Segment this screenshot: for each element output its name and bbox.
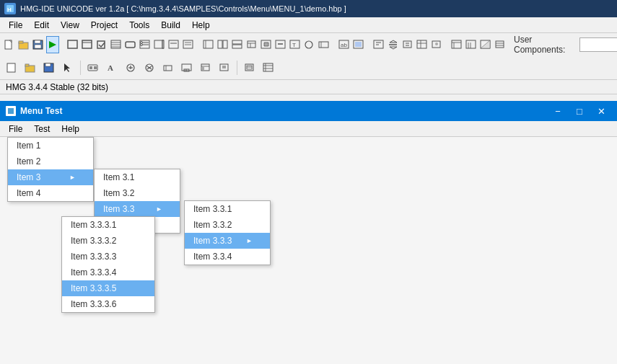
tb-more9[interactable] bbox=[318, 36, 331, 53]
close-button[interactable]: ✕ bbox=[591, 104, 611, 118]
submenu-arrow-33: ► bbox=[156, 205, 162, 213]
svg-marker-60 bbox=[390, 47, 397, 49]
menu-item-333[interactable]: Item 3.3.3 ► bbox=[185, 233, 270, 249]
tb-run[interactable] bbox=[46, 36, 59, 53]
menu-item-3335[interactable]: Item 3.3.3.5 bbox=[62, 280, 154, 296]
menu-item-3331[interactable]: Item 3.3.3.1 bbox=[62, 217, 154, 233]
child-window-icon bbox=[6, 106, 16, 116]
tb-more20[interactable] bbox=[494, 36, 507, 53]
tb-more19[interactable] bbox=[479, 36, 492, 53]
tb-text[interactable] bbox=[167, 36, 180, 53]
tb-new[interactable] bbox=[3, 36, 16, 53]
svg-rect-114 bbox=[8, 108, 14, 114]
tb2-comp9[interactable] bbox=[241, 59, 258, 76]
menu-item-31[interactable]: Item 3.1 bbox=[95, 169, 180, 185]
tb2-save2[interactable] bbox=[40, 59, 58, 76]
child-menu-file[interactable]: File bbox=[3, 123, 28, 136]
tb2-comp8[interactable] bbox=[216, 59, 233, 76]
user-components-select[interactable] bbox=[579, 37, 617, 52]
tb-more18[interactable] bbox=[465, 36, 478, 53]
tb-grid[interactable] bbox=[110, 36, 123, 53]
svg-rect-8 bbox=[35, 45, 41, 48]
svg-rect-69 bbox=[452, 40, 461, 48]
menu-build[interactable]: Build bbox=[155, 19, 186, 32]
menu-item-3333[interactable]: Item 3.3.3.3 bbox=[62, 249, 154, 265]
menu-item-332[interactable]: Item 3.3.2 bbox=[185, 217, 270, 233]
svg-rect-30 bbox=[183, 40, 193, 48]
tb2-comp7[interactable] bbox=[197, 59, 214, 76]
tb-button[interactable] bbox=[124, 36, 137, 53]
tb-more14[interactable] bbox=[401, 36, 414, 53]
tb-save[interactable] bbox=[32, 36, 45, 53]
child-title: Menu Test bbox=[20, 106, 543, 116]
tb2-cursor[interactable] bbox=[59, 59, 76, 76]
tb-more4[interactable] bbox=[245, 36, 258, 53]
tb-window[interactable] bbox=[66, 36, 79, 53]
tb2-comp10[interactable] bbox=[260, 59, 277, 76]
menu-item-33[interactable]: Item 3.3 ► bbox=[95, 201, 180, 217]
app-title: HMG-IDE UNICODE ver 1.2a [ C:\hmg.3.4.4\… bbox=[20, 4, 613, 13]
menu-item-3334[interactable]: Item 3.3.3.4 bbox=[62, 265, 154, 280]
tb2-comp4[interactable] bbox=[141, 59, 158, 76]
menu-item-334[interactable]: Item 3.3.4 bbox=[185, 249, 270, 265]
menu-project[interactable]: Project bbox=[85, 19, 123, 32]
menu-file[interactable]: File bbox=[3, 19, 28, 32]
child-window: Menu Test − □ ✕ File Test Help Item 1 It… bbox=[0, 101, 617, 364]
tb2-comp3[interactable] bbox=[122, 59, 139, 76]
menu-edit[interactable]: Edit bbox=[28, 19, 55, 32]
tb2-comp1[interactable] bbox=[84, 59, 102, 76]
level1-menu: Item 1 Item 2 Item 3 ► Item 4 bbox=[7, 137, 94, 202]
tb-more12[interactable] bbox=[372, 36, 385, 53]
tb-more13[interactable] bbox=[387, 36, 400, 53]
tb-more8[interactable] bbox=[303, 36, 316, 53]
menu-view[interactable]: View bbox=[55, 19, 85, 32]
menu-item-2[interactable]: Item 2 bbox=[8, 154, 93, 169]
maximize-button[interactable]: □ bbox=[569, 104, 590, 118]
tb-more5[interactable] bbox=[260, 36, 273, 53]
tb-more7[interactable]: T bbox=[289, 36, 302, 53]
tb2-open2[interactable] bbox=[22, 59, 39, 76]
svg-rect-72 bbox=[466, 40, 476, 48]
minimize-button[interactable]: − bbox=[548, 104, 568, 118]
menu-item-331[interactable]: Item 3.3.1 bbox=[185, 201, 270, 217]
tb-more16[interactable] bbox=[430, 36, 443, 53]
tb-open[interactable] bbox=[17, 36, 30, 53]
tb2-comp5[interactable] bbox=[159, 59, 177, 76]
menu-item-3332[interactable]: Item 3.3.3.2 bbox=[62, 233, 154, 249]
menu-help[interactable]: Help bbox=[186, 19, 216, 32]
tb2-new[interactable] bbox=[3, 59, 20, 76]
menu-item-1[interactable]: Item 1 bbox=[8, 138, 93, 154]
tb2-comp2[interactable]: A bbox=[103, 59, 121, 76]
menu-item-4[interactable]: Item 4 bbox=[8, 185, 93, 201]
menu-item-3336[interactable]: Item 3.3.3.6 bbox=[62, 296, 154, 312]
menu-item-32[interactable]: Item 3.2 bbox=[95, 185, 180, 201]
tb-radio[interactable] bbox=[139, 36, 152, 53]
svg-rect-35 bbox=[218, 40, 222, 48]
svg-point-23 bbox=[141, 44, 143, 46]
child-menu-test[interactable]: Test bbox=[28, 123, 56, 136]
svg-text:A: A bbox=[108, 63, 113, 72]
tb-more2[interactable] bbox=[216, 36, 229, 53]
svg-rect-64 bbox=[417, 40, 426, 48]
tb-more15[interactable] bbox=[416, 36, 429, 53]
tb-more11[interactable] bbox=[352, 36, 365, 53]
tb-window2[interactable] bbox=[81, 36, 94, 53]
svg-rect-11 bbox=[82, 40, 92, 48]
tb-more3[interactable] bbox=[231, 36, 244, 53]
tb-more1[interactable] bbox=[202, 36, 215, 53]
tb-edit[interactable] bbox=[182, 36, 195, 53]
tb-more6[interactable] bbox=[274, 36, 287, 53]
tb-more17[interactable] bbox=[450, 36, 463, 53]
menu-item-3[interactable]: Item 3 ► bbox=[8, 169, 93, 185]
tb2-comp6[interactable] bbox=[178, 59, 196, 76]
svg-rect-82 bbox=[25, 64, 29, 66]
tb-combo[interactable] bbox=[153, 36, 166, 53]
child-menu-help[interactable]: Help bbox=[56, 123, 85, 136]
svg-rect-49 bbox=[319, 42, 328, 48]
tb-checkbox[interactable] bbox=[95, 36, 108, 53]
menu-tools[interactable]: Tools bbox=[123, 19, 155, 32]
svg-rect-80 bbox=[7, 63, 15, 72]
tb-more10[interactable]: ab bbox=[338, 36, 351, 53]
level4-menu: Item 3.3.3.1 Item 3.3.3.2 Item 3.3.3.3 I… bbox=[61, 216, 155, 313]
main-title-bar: H HMG-IDE UNICODE ver 1.2a [ C:\hmg.3.4.… bbox=[0, 0, 617, 17]
